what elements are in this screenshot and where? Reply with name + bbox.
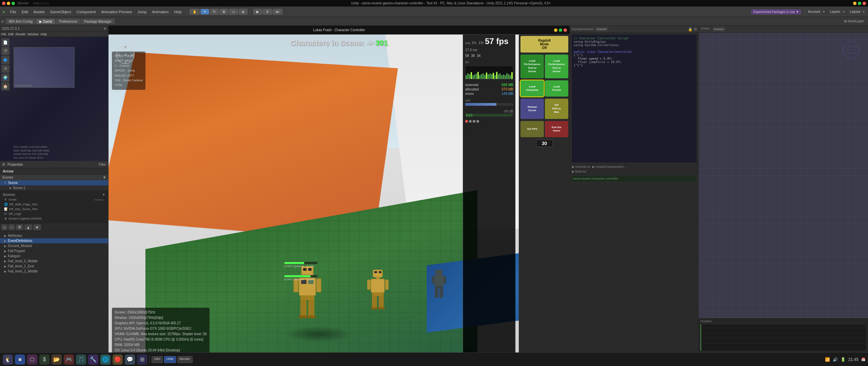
sub-opt-tab[interactable]: SubOptimisation	[571, 27, 594, 31]
step-btn[interactable]: ⏭	[273, 9, 282, 15]
gv-close-btn[interactable]	[564, 28, 567, 32]
maximize-traffic-light[interactable]	[12, 2, 15, 5]
inspector-settings-icon[interactable]: ⚙	[694, 27, 697, 32]
set-fps-btn[interactable]: Set FPS	[520, 121, 544, 138]
menu-gameobject[interactable]: GameObject	[48, 9, 73, 15]
blender-icon-world[interactable]: 🌍	[1, 74, 9, 82]
menu-edit[interactable]: Edit	[20, 9, 30, 15]
menu-animation2[interactable]: Animation	[150, 9, 171, 15]
source-dev[interactable]: 📝 SR_Dev_Surce_Text	[1, 207, 107, 211]
move-down-btn[interactable]: ▼	[33, 224, 41, 230]
file-fallevel2[interactable]: ▶ Fall_level_2_End	[0, 264, 108, 269]
play-btn[interactable]: ▶	[253, 9, 262, 15]
load-character-btn[interactable]: Load Character	[520, 80, 544, 97]
menu-jump[interactable]: Jump	[135, 9, 149, 15]
blender-close[interactable]: ✕	[103, 27, 106, 30]
filter-btn[interactable]: Filter	[99, 163, 106, 166]
taskbar-browser-icon[interactable]: 🌐	[100, 354, 111, 365]
menu-file[interactable]: File	[8, 9, 18, 15]
account-btn[interactable]: Account	[808, 10, 820, 14]
taskbar-apps-icon[interactable]: ⊞	[137, 354, 147, 365]
file-fallevel0[interactable]: ▶ Fall_level_0_Middle	[0, 259, 108, 264]
scene2-tab[interactable]: Scene2	[595, 27, 608, 32]
blender-menu-file[interactable]: File	[1, 33, 6, 36]
gv-maximize-btn[interactable]	[559, 28, 562, 32]
file-fallpuppet[interactable]: ▶ Fall Puppet	[0, 248, 108, 253]
tab-mix-arm[interactable]: MIX Arm Contig	[6, 19, 36, 24]
taskbar-obs-item[interactable]: OBS	[152, 356, 163, 363]
minimize-traffic-light[interactable]	[7, 2, 10, 5]
source-screen[interactable]: 🖥 Screen Capture (XSHM)	[1, 216, 107, 221]
taskbar-unity-icon[interactable]: ■	[15, 354, 25, 365]
taskbar-chrome-icon[interactable]: 🔴	[113, 354, 123, 365]
menu-assets[interactable]: Assets	[32, 9, 47, 15]
blender-menu-window[interactable]: Window	[28, 33, 39, 36]
rect-tool-btn[interactable]: ▭	[229, 9, 238, 15]
blender-icon-object[interactable]: 🔷	[1, 56, 9, 64]
file-fallevel2m[interactable]: ▶ Fall_level_2_Middle	[0, 269, 108, 274]
taskbar-blender-item[interactable]: Blender	[177, 356, 193, 363]
unity-close-btn[interactable]	[863, 2, 866, 5]
move-up-btn[interactable]: ▲	[24, 224, 32, 230]
load-terrain-btn[interactable]: Load Terrain	[545, 80, 568, 97]
blender-menu-render[interactable]: Render	[16, 33, 26, 36]
gv-minimize-btn[interactable]	[554, 28, 557, 32]
taskbar-terminal-icon[interactable]: $	[39, 354, 50, 365]
inspector-lock-icon[interactable]: 🔒	[688, 27, 693, 32]
tab-preferences[interactable]: Preferences	[56, 19, 80, 24]
hierarchy-scene[interactable]: ▼ Scene	[0, 180, 108, 185]
blender-icon-file[interactable]: 📄	[1, 38, 9, 46]
file-kalagon[interactable]: ▶ Kalagon	[0, 253, 108, 259]
taskbar-game-icon[interactable]: 🎮	[64, 354, 74, 365]
scene-tab-2[interactable]: Scene2	[712, 27, 726, 32]
blender-icon-render[interactable]: 🎬	[1, 47, 9, 55]
menu-animation[interactable]: Animation Preview	[99, 9, 134, 15]
reload-scene-btn[interactable]: Reload Scene	[520, 99, 544, 119]
game-view[interactable]: Lukas Fratzl - Character Controller	[108, 26, 570, 359]
add-source-btn[interactable]: +	[1, 224, 7, 230]
scene-tab-main[interactable]: Scene	[701, 27, 710, 32]
layout-btn[interactable]: Layout	[850, 10, 860, 14]
move-tool-btn[interactable]: ✛	[200, 9, 209, 15]
fps-input-field[interactable]	[536, 140, 553, 147]
hand-tool-btn[interactable]: ✋	[190, 9, 200, 15]
tray-network-icon[interactable]: 📶	[825, 357, 830, 362]
code-panel[interactable]: // Character Controller Script using Uni…	[571, 34, 697, 163]
blender-menu-edit[interactable]: Edit	[8, 33, 14, 36]
pause-btn[interactable]: ⏸	[263, 9, 272, 15]
layers-btn[interactable]: Layers	[830, 10, 840, 14]
taskbar-filezilla-icon[interactable]: 📂	[52, 354, 62, 365]
menu-help[interactable]: Help	[172, 9, 184, 15]
file-groundmod[interactable]: ▶ Ground_Module	[0, 243, 108, 248]
taskbar-tools-icon[interactable]: 🔧	[88, 354, 98, 365]
hierarchy-scene2[interactable]: ▶ Scene 2	[0, 185, 108, 190]
settings-source-btn[interactable]: ⚙	[16, 224, 23, 230]
taskbar-unity-item[interactable]: Unity	[164, 356, 176, 363]
taskbar-discord-icon[interactable]: 💬	[125, 354, 135, 365]
unity-minimize-btn[interactable]	[853, 2, 856, 5]
transform-tool-btn[interactable]: ◈	[239, 9, 248, 15]
blender-icon-scene[interactable]: 🏠	[1, 82, 9, 90]
load-perf-2-btn[interactable]: Load Performance Test to Scene	[545, 55, 568, 78]
taskbar-finder-icon[interactable]: 🐧	[3, 354, 13, 365]
exp-badge[interactable]: Experimental Packages in Use ▼	[751, 9, 801, 14]
rotate-tool-btn[interactable]: ↻	[210, 9, 219, 15]
file-attributes[interactable]: ▶ Attributes	[0, 233, 108, 238]
blender-icon-anim[interactable]: ⏱	[1, 65, 9, 73]
ragdoll-mode-btn[interactable]: Ragdoll Mode Off	[520, 36, 568, 53]
load-perf-1-btn[interactable]: Load Performance Test to Scene	[520, 55, 544, 78]
tray-volume-icon[interactable]: 🔊	[833, 357, 838, 362]
hierarchy-header[interactable]: Scenes ▼	[0, 175, 108, 180]
tab-package-manager[interactable]: Package Manager	[81, 19, 115, 24]
sources-expand-icon[interactable]: ▼	[102, 193, 105, 197]
tab-game[interactable]: ▶ Game	[36, 19, 55, 24]
remove-source-btn[interactable]: −	[8, 224, 15, 230]
file-eventdefs[interactable]: ▶ EventDefinitions	[0, 238, 108, 243]
exit-game-btn[interactable]: Exit the Game	[545, 121, 568, 138]
blender-menu-help[interactable]: Help	[41, 33, 47, 36]
scale-tool-btn[interactable]: ⊞	[219, 9, 228, 15]
taskbar-music-icon[interactable]: 🎵	[76, 354, 86, 365]
set-fps-max-btn[interactable]: Set FPS to Max	[545, 99, 568, 119]
tray-battery-icon[interactable]: 🔋	[841, 357, 846, 362]
source-web[interactable]: 🌐 SR_Web_Page_Text	[1, 202, 107, 207]
